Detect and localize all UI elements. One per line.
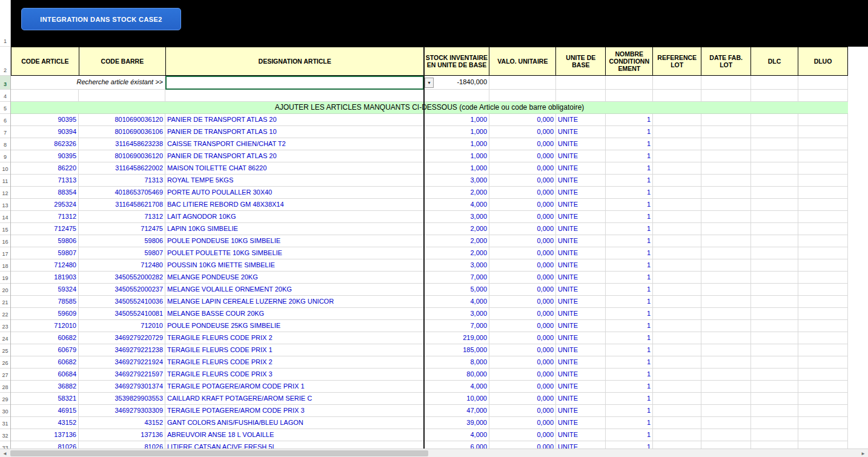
cell-stock[interactable]: 1,000 [424,126,489,138]
cell-dluo[interactable] [798,381,848,393]
cell-code_article[interactable]: 46915 [11,405,79,417]
row-header-30[interactable]: 30 [0,405,10,417]
cell-designation[interactable]: POULE PONDEUSE 25KG SIMBELIE [165,320,424,332]
cell-unite[interactable]: UNITE [556,150,606,162]
empty-cell[interactable] [606,90,653,102]
cell-code_barre[interactable]: 712475 [79,223,165,235]
cell-valo[interactable]: 0,000 [489,296,556,308]
row-header-33[interactable]: 33 [0,441,10,449]
cell-stock[interactable]: 7,000 [424,320,489,332]
cell-date_fab[interactable] [701,259,751,272]
cell-valo[interactable]: 0,000 [489,199,556,211]
cell-ref_lot[interactable] [653,150,701,162]
cell-nombre[interactable]: 1 [606,126,653,138]
cell-nombre[interactable]: 1 [606,356,653,369]
cell-unite[interactable]: UNITE [556,308,606,320]
cell-code_barre[interactable]: 71312 [79,211,165,223]
cell-nombre[interactable]: 1 [606,272,653,284]
row-header-20[interactable]: 20 [0,284,10,296]
cell-nombre[interactable]: 1 [606,308,653,320]
cell-designation[interactable]: POULET POULETTE 10KG SIMBELIE [165,247,424,259]
row-header-19[interactable]: 19 [0,272,10,284]
cell-stock[interactable]: 8,000 [424,356,489,369]
row-header-3[interactable]: 3 [0,76,10,90]
cell-designation[interactable]: TERAGILE POTAGERE/AROM CODE PRIX 1 [165,381,424,393]
cell-code_barre[interactable]: 3469279220729 [79,332,165,344]
cell-code_barre[interactable]: 8010690036106 [79,126,165,138]
cell-code_article[interactable]: 295324 [11,199,79,211]
cell-code_article[interactable]: 88354 [11,187,79,199]
scroll-left-button[interactable]: ◄ [1,450,9,457]
cell-dlc[interactable] [751,272,798,284]
cell-code_barre[interactable]: 8010690036120 [79,150,165,162]
cell-dluo[interactable] [798,369,848,381]
cell-dluo[interactable] [798,235,848,247]
cell-dluo[interactable] [798,150,848,162]
horizontal-scrollbar[interactable]: ◄ ► [0,449,868,457]
cell-dlc[interactable] [751,162,798,175]
cell-date_fab[interactable] [701,211,751,223]
cell-code_barre[interactable]: 59806 [79,235,165,247]
cell-dluo[interactable] [798,356,848,369]
column-header-designation[interactable]: DESIGNATION ARTICLE [166,47,425,76]
cell-designation[interactable]: MAISON TOILETTE CHAT 86220 [165,162,424,175]
row-header-25[interactable]: 25 [0,344,10,356]
integration-stock-button[interactable]: INTEGRATION DANS STOCK CASE2 [21,8,181,30]
cell-code_article[interactable]: 137136 [11,429,79,441]
cell-unite[interactable]: UNITE [556,284,606,296]
row-header-27[interactable]: 27 [0,369,10,381]
cell-date_fab[interactable] [701,369,751,381]
cell-stock[interactable]: 1,000 [424,150,489,162]
cell-dlc[interactable] [751,441,798,449]
cell-designation[interactable]: MELANGE BASSE COUR 20KG [165,308,424,320]
row-header-9[interactable]: 9 [0,150,10,162]
cell-dlc[interactable] [751,150,798,162]
cell-date_fab[interactable] [701,417,751,429]
cell-dluo[interactable] [798,320,848,332]
cell-stock[interactable]: 10,000 [424,393,489,405]
cell-designation[interactable]: GANT COLORS ANIS/FUSHIA/BLEU LAGON [165,417,424,429]
column-header-nombre[interactable]: NOMBRE CONDITIONNEMENT [606,47,653,76]
cell-unite[interactable]: UNITE [556,199,606,211]
cell-date_fab[interactable] [701,405,751,417]
cell-nombre[interactable]: 1 [606,162,653,175]
cell-ref_lot[interactable] [653,344,701,356]
empty-cell[interactable] [165,90,424,102]
cell-date_fab[interactable] [701,247,751,259]
cell-code_barre[interactable]: 3469279301374 [79,381,165,393]
search-dropdown-button[interactable]: ▼ [425,78,434,88]
cell-code_barre[interactable]: 137136 [79,429,165,441]
cell-unite[interactable]: UNITE [556,381,606,393]
cell-ref_lot[interactable] [653,259,701,272]
cell-dlc[interactable] [751,393,798,405]
cell-code_article[interactable]: 59609 [11,308,79,320]
cell-dluo[interactable] [798,138,848,150]
cell-code_barre[interactable]: 43152 [79,417,165,429]
row-header-26[interactable]: 26 [0,356,10,369]
cell-ref_lot[interactable] [653,429,701,441]
cell-designation[interactable]: MELANGE PONDEUSE 20KG [165,272,424,284]
row-header-2[interactable]: 2 [0,47,10,76]
cell-dlc[interactable] [751,320,798,332]
cell-code_barre[interactable]: 712480 [79,259,165,272]
cell-valo[interactable]: 0,000 [489,356,556,369]
cell-ref_lot[interactable] [653,162,701,175]
cell-dlc[interactable] [751,405,798,417]
cell-ref_lot[interactable] [653,284,701,296]
cell-code_barre[interactable]: 712010 [79,320,165,332]
cell-valo[interactable]: 0,000 [489,344,556,356]
cell-ref_lot[interactable] [653,187,701,199]
cell-code_barre[interactable]: 3116458622002 [79,162,165,175]
cell-designation[interactable]: TERAGILE FLEURS CODE PRIX 2 [165,356,424,369]
cell-code_article[interactable]: 43152 [11,417,79,429]
cell-code_barre[interactable]: 3469279303309 [79,405,165,417]
cell-unite[interactable]: UNITE [556,369,606,381]
cell-code_barre[interactable]: 3450552410081 [79,308,165,320]
cell-code_article[interactable]: 181903 [11,272,79,284]
row-header-31[interactable]: 31 [0,417,10,429]
cell-code_barre[interactable]: 3469279221924 [79,356,165,369]
cell-dluo[interactable] [798,417,848,429]
empty-cell[interactable] [798,76,848,90]
cell-unite[interactable]: UNITE [556,162,606,175]
cell-date_fab[interactable] [701,381,751,393]
